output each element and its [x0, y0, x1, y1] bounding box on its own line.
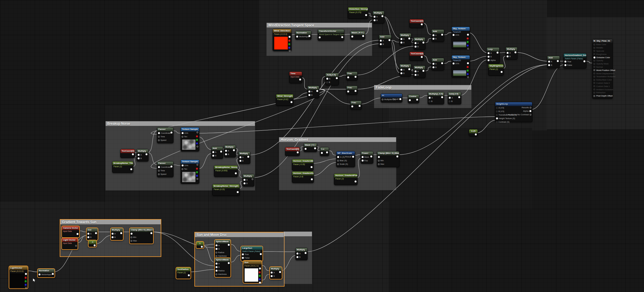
input-pin-row[interactable]: Max — [130, 239, 153, 243]
output-pin-row[interactable] — [497, 52, 498, 54]
output-pin-row[interactable]: Result — [392, 98, 401, 100]
connected-pin[interactable] — [87, 233, 89, 235]
connected-pin[interactable] — [408, 68, 410, 70]
connected-pin[interactable] — [130, 168, 132, 170]
connected-pin[interactable] — [415, 70, 416, 72]
material-pin[interactable]: Opacity — [592, 59, 613, 62]
connected-pin[interactable] — [453, 34, 454, 36]
connected-pin[interactable] — [158, 132, 160, 134]
connected-pin[interactable] — [316, 90, 318, 92]
pin[interactable] — [337, 163, 339, 165]
input-pin-row[interactable]: B — [448, 100, 461, 103]
output-pin-row[interactable] — [362, 35, 364, 37]
connected-pin[interactable] — [400, 72, 402, 74]
connected-pin[interactable] — [271, 275, 273, 277]
output-pin-row[interactable] — [467, 76, 469, 78]
material-pin[interactable]: Custom Data 1 — [592, 85, 613, 88]
pin[interactable] — [252, 178, 253, 180]
pin[interactable] — [378, 160, 380, 161]
node-horizongradient-debug[interactable]: HorizonGradient_DebugSwitch Param (False… — [563, 53, 586, 69]
node-add-half-time[interactable]: Add(,0.5)AB — [325, 73, 339, 85]
connected-pin[interactable] — [244, 182, 245, 184]
connected-pin[interactable] — [441, 62, 443, 64]
connected-pin[interactable] — [374, 16, 375, 18]
node-multiply-gradient[interactable]: MultiplyAB — [111, 228, 123, 240]
connected-pin[interactable] — [235, 172, 237, 174]
node-horizon-gradientscale[interactable]: Horizon_GradientScaleParam (1.8) — [292, 171, 314, 183]
output-pin-row[interactable] — [359, 105, 361, 107]
pin[interactable] — [594, 82, 595, 84]
output-pin-row[interactable] — [260, 253, 262, 255]
node-horizon-gradientbias[interactable]: Horizon_GradientBiasParam (-0.35) — [292, 159, 314, 171]
pin[interactable] — [594, 44, 595, 45]
output-pin-row[interactable] — [146, 153, 147, 155]
node-wind-direction[interactable]: Wind_DirectionParam (1,0,0,0) — [273, 29, 292, 51]
pin[interactable] — [496, 107, 498, 109]
node-normalize-wind[interactable]: NormalizeVectorInput — [295, 31, 311, 40]
output-pin-row[interactable] — [557, 60, 559, 62]
output-pin-row[interactable] — [467, 48, 469, 49]
connected-pin[interactable] — [228, 244, 230, 246]
connected-pin[interactable] — [131, 233, 132, 235]
output-pin-row[interactable] — [467, 34, 469, 36]
node-multiply-pan-2a[interactable]: MultiplyAB — [399, 64, 411, 76]
connected-pin[interactable] — [259, 268, 261, 269]
comment-title[interactable]: WindDirection Tangent Space — [267, 23, 372, 27]
node-texture-sample-1[interactable]: Texture SampleUVsTex — [181, 127, 199, 151]
node-texcoord-sky-2[interactable]: TexCoord[0] — [409, 52, 424, 61]
pin[interactable] — [216, 252, 217, 253]
connected-pin[interactable] — [308, 35, 310, 37]
input-pin-row[interactable]: Max — [377, 162, 399, 166]
connected-pin[interactable] — [421, 23, 423, 25]
pin[interactable] — [467, 76, 469, 78]
connected-pin[interactable] — [25, 273, 27, 275]
comment-title[interactable]: Horizon_Gradient — [279, 137, 396, 142]
connected-pin[interactable] — [239, 160, 241, 162]
output-pin-row[interactable] — [25, 273, 27, 275]
output-pin-row[interactable] — [288, 39, 291, 42]
connected-pin[interactable] — [415, 46, 416, 48]
connected-pin[interactable] — [529, 110, 531, 112]
material-pin[interactable]: Base Color — [592, 43, 613, 46]
pin[interactable] — [530, 114, 531, 116]
output-pin-row[interactable] — [355, 76, 356, 78]
input-pin-row[interactable]: True — [241, 253, 263, 256]
connected-pin[interactable] — [289, 36, 291, 38]
node-multiply-pan-1b[interactable]: MultiplyAB — [413, 37, 425, 50]
connected-pin[interactable] — [87, 236, 89, 238]
comment-title[interactable] — [284, 232, 312, 236]
output-pin-row[interactable] — [120, 232, 122, 234]
node-dot[interactable]: DotAB — [86, 228, 98, 240]
connected-pin[interactable] — [501, 71, 503, 73]
output-pin-row[interactable] — [466, 73, 469, 75]
connected-pin[interactable] — [548, 61, 550, 63]
connected-pin[interactable] — [314, 147, 316, 149]
input-pin-row[interactable]: Min — [130, 235, 153, 239]
pin[interactable] — [466, 44, 469, 47]
output-pin-row[interactable] — [197, 178, 198, 180]
connected-pin[interactable] — [362, 160, 364, 161]
output-pin-row[interactable] — [291, 101, 292, 103]
pin[interactable] — [182, 168, 183, 170]
node-lightvector-param[interactable]: LightVectorParam (0,0,0,0) — [9, 266, 28, 289]
connected-pin[interactable] — [583, 60, 585, 62]
connected-pin[interactable] — [216, 248, 217, 250]
pin[interactable] — [197, 178, 198, 180]
output-pin-row[interactable] — [467, 62, 469, 64]
output-pin-row[interactable] — [52, 273, 54, 275]
connected-pin[interactable] — [326, 78, 328, 80]
node-frac-3[interactable]: Frac — [350, 101, 362, 110]
input-pin-row[interactable]: Radius — [215, 251, 231, 254]
output-pin-row[interactable] — [416, 99, 418, 101]
output-pin-row[interactable] — [441, 96, 443, 98]
pin[interactable] — [288, 39, 291, 42]
input-pin-row[interactable]: Speed — [157, 172, 173, 176]
output-pin-row[interactable] — [196, 167, 198, 170]
node-light-vector-input[interactable]: Light VectorInput Data — [62, 238, 78, 250]
connected-pin[interactable] — [557, 60, 559, 62]
output-pin-row[interactable] — [355, 90, 356, 92]
output-pin-row[interactable] — [336, 77, 338, 79]
input-pin-row[interactable]: Scale (S) — [336, 162, 355, 166]
connected-pin[interactable] — [341, 36, 343, 38]
pin[interactable] — [466, 69, 469, 72]
